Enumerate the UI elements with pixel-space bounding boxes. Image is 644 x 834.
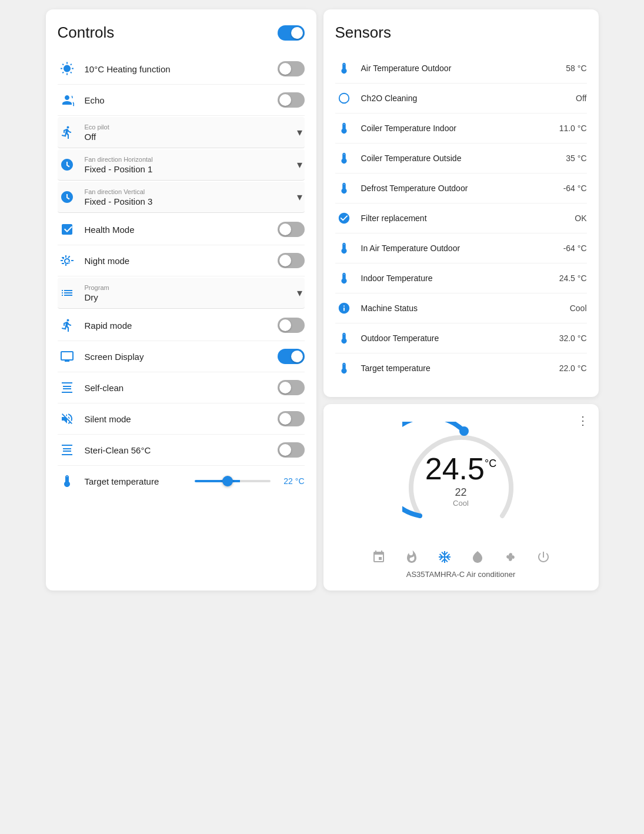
filter-value: OK xyxy=(546,213,587,223)
dial-unit: °C xyxy=(485,458,496,469)
fan-h-sublabel: Fan direction Horizontal xyxy=(85,156,289,163)
selfclean-label: Self-clean xyxy=(85,383,269,393)
heat-icon xyxy=(58,59,76,78)
eco-sublabel: Eco pilot xyxy=(85,124,289,131)
control-row-night: Night mode xyxy=(58,245,305,276)
calendar-icon[interactable] xyxy=(371,549,387,565)
control-row-echo: Echo xyxy=(58,85,305,116)
control-row-health: Health Mode xyxy=(58,214,305,245)
indoor-temp-name: Indoor Temperature xyxy=(361,273,538,283)
in-air-temp-value: -64 °C xyxy=(546,243,587,253)
heating-label: 10°C Heating function xyxy=(85,64,269,74)
stericlean-label: Steri-Clean 56°C xyxy=(85,445,269,455)
target-temp-sensor-icon xyxy=(335,359,353,377)
dial-current-temp: 24.5 °C xyxy=(425,453,496,484)
stericlean-icon xyxy=(58,441,76,459)
control-row-target-temp: Target temperature 22 °C xyxy=(58,466,305,496)
fan-h-icon xyxy=(58,155,76,174)
program-value: Dry xyxy=(85,292,289,302)
selfclean-toggle[interactable] xyxy=(278,380,305,395)
fan-h-dropdown-content: Fan direction Horizontal Fixed - Positio… xyxy=(85,156,289,174)
thermometer-sensor-icon xyxy=(335,59,353,77)
machine-status-icon xyxy=(335,299,353,317)
target-temp-sensor-name: Target temperature xyxy=(361,363,538,373)
fan-h-arrow-icon[interactable]: ▾ xyxy=(297,158,302,171)
fan-v-arrow-icon[interactable]: ▾ xyxy=(297,191,302,204)
coiler-indoor-value: 11.0 °C xyxy=(546,124,587,133)
sensor-row-ch2o: Ch2O Cleaning Off xyxy=(335,84,587,114)
control-row-rapid: Rapid mode xyxy=(58,310,305,341)
controls-title: Controls xyxy=(58,24,115,42)
fan-v-sublabel: Fan direction Vertical xyxy=(85,188,289,195)
program-arrow-icon[interactable]: ▾ xyxy=(297,286,302,299)
fan-therm-icon[interactable] xyxy=(502,549,519,565)
eco-arrow-icon[interactable]: ▾ xyxy=(297,126,302,139)
thermostat-dial-container: 24.5 °C 22 Cool xyxy=(335,422,587,539)
coiler-outside-value: 35 °C xyxy=(546,154,587,163)
program-dropdown-content: Program Dry xyxy=(85,284,289,302)
sensor-row-outdoor-temp: Outdoor Temperature 32.0 °C xyxy=(335,323,587,353)
control-row-selfclean: Self-clean xyxy=(58,372,305,403)
defrost-icon xyxy=(335,179,353,197)
health-toggle[interactable] xyxy=(278,222,305,237)
selfclean-icon xyxy=(58,378,76,397)
controls-header: Controls xyxy=(58,24,305,42)
silent-toggle[interactable] xyxy=(278,411,305,426)
health-label: Health Mode xyxy=(85,225,269,235)
program-icon xyxy=(58,283,76,302)
control-row-eco[interactable]: Eco pilot Off ▾ xyxy=(58,117,305,148)
water-drop-icon[interactable] xyxy=(469,549,486,565)
indoor-temp-value: 24.5 °C xyxy=(546,273,587,283)
target-temp-slider[interactable] xyxy=(195,480,271,482)
dial-target-value: 22 xyxy=(455,486,466,499)
thermostat-mode-icons xyxy=(335,549,587,565)
dial-temp-value: 24.5 xyxy=(425,453,485,484)
screen-label: Screen Display xyxy=(85,352,269,362)
ch2o-name: Ch2O Cleaning xyxy=(361,94,538,103)
silent-label: Silent mode xyxy=(85,414,269,424)
dial-mode: Cool xyxy=(453,499,469,508)
indoor-temp-icon xyxy=(335,269,353,287)
thermometer-icon xyxy=(58,472,76,491)
eco-value: Off xyxy=(85,132,289,142)
snowflake-icon[interactable] xyxy=(436,549,453,565)
svg-point-0 xyxy=(339,94,349,104)
night-label: Night mode xyxy=(85,256,269,266)
sensor-row-air-temp: Air Temperature Outdoor 58 °C xyxy=(335,54,587,84)
svg-point-1 xyxy=(459,426,469,436)
echo-toggle[interactable] xyxy=(278,92,305,108)
sensor-row-defrost: Defrost Temperature Outdoor -64 °C xyxy=(335,174,587,204)
ch2o-value: Off xyxy=(546,94,587,103)
screen-icon xyxy=(58,347,76,366)
echo-icon xyxy=(58,91,76,109)
sensor-row-indoor-temp: Indoor Temperature 24.5 °C xyxy=(335,263,587,293)
sensor-row-in-air-temp: In Air Temperature Outdoor -64 °C xyxy=(335,233,587,263)
control-row-fan-h[interactable]: Fan direction Horizontal Fixed - Positio… xyxy=(58,149,305,181)
control-row-fan-v[interactable]: Fan direction Vertical Fixed - Position … xyxy=(58,182,305,213)
ch2o-sensor-icon xyxy=(335,89,353,107)
night-toggle[interactable] xyxy=(278,253,305,268)
master-toggle[interactable] xyxy=(278,25,305,41)
control-row-silent: Silent mode xyxy=(58,403,305,435)
air-temp-value: 58 °C xyxy=(546,64,587,73)
night-icon xyxy=(58,251,76,270)
rapid-toggle[interactable] xyxy=(278,318,305,333)
health-icon xyxy=(58,220,76,239)
flame-icon[interactable] xyxy=(403,549,420,565)
control-row-heating: 10°C Heating function xyxy=(58,54,305,85)
main-container: Controls 10°C Heating function Echo xyxy=(46,9,599,591)
stericlean-toggle[interactable] xyxy=(278,442,305,458)
power-icon[interactable] xyxy=(535,549,552,565)
outdoor-temp-icon xyxy=(335,329,353,347)
in-air-temp-name: In Air Temperature Outdoor xyxy=(361,243,538,253)
control-row-program[interactable]: Program Dry ▾ xyxy=(58,278,305,309)
filter-name: Filter replacement xyxy=(361,213,538,223)
screen-toggle[interactable] xyxy=(278,349,305,364)
fan-h-value: Fixed - Position 1 xyxy=(85,164,289,174)
heating-toggle[interactable] xyxy=(278,61,305,76)
sensor-row-coiler-outside: Coiler Temperature Outside 35 °C xyxy=(335,144,587,174)
sensor-row-target-temp: Target temperature 22.0 °C xyxy=(335,353,587,383)
sensor-row-machine-status: Machine Status Cool xyxy=(335,293,587,323)
fan-v-icon xyxy=(58,188,76,206)
outdoor-temp-value: 32.0 °C xyxy=(546,333,587,343)
